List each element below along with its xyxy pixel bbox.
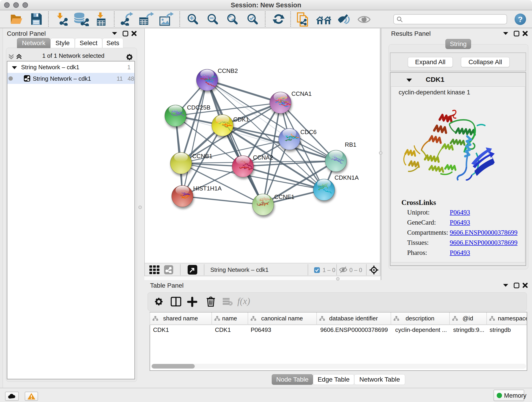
svg-text:CDC25B: CDC25B — [187, 104, 210, 111]
svg-text:CDC6: CDC6 — [300, 128, 317, 135]
svg-text:HIST1H1A: HIST1H1A — [193, 185, 222, 192]
svg-text:CDK1: CDK1 — [233, 116, 249, 123]
svg-text:CCNA1: CCNA1 — [291, 90, 312, 97]
svg-text:RB1: RB1 — [345, 141, 356, 148]
svg-text:CDKN1A: CDKN1A — [335, 174, 359, 181]
svg-text:CCNA2: CCNA2 — [253, 154, 273, 161]
svg-text:CCNB1: CCNB1 — [192, 153, 212, 160]
svg-text:CCNE1: CCNE1 — [274, 193, 294, 200]
svg-text:CCNB2: CCNB2 — [218, 67, 238, 74]
